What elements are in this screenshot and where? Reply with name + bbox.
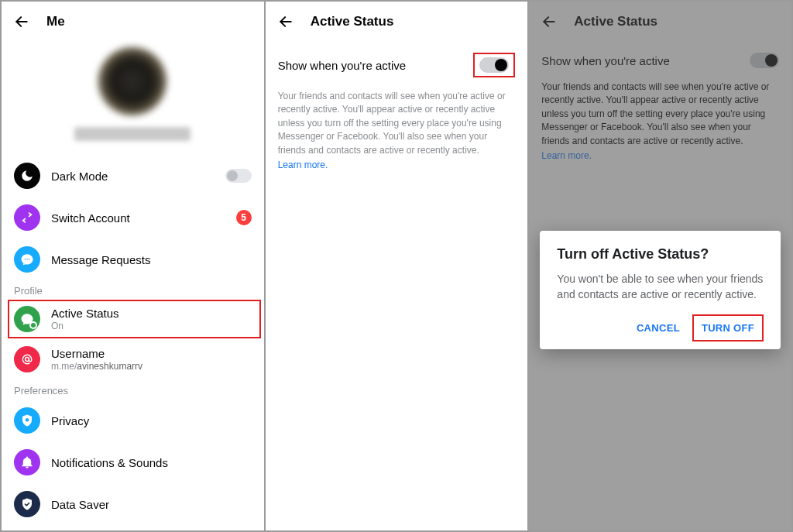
svg-point-1 [25, 259, 26, 260]
header: Me [2, 2, 264, 42]
panel-active-status-dialog: Active Status Show when you're active Yo… [529, 2, 791, 530]
page-title: Active Status [311, 14, 394, 29]
at-icon [14, 346, 40, 372]
item-data-saver[interactable]: Data Saver [2, 483, 264, 525]
item-label: Active Status [51, 307, 250, 320]
setting-description: Your friends and contacts will see when … [266, 85, 528, 157]
item-label: Notifications & Sounds [51, 456, 252, 469]
dialog-body: You won't be able to see when your frien… [557, 272, 764, 302]
active-status-toggle[interactable] [479, 57, 509, 73]
item-message-requests[interactable]: Message Requests [2, 239, 264, 280]
panel-active-status: Active Status Show when you're active Yo… [266, 2, 528, 530]
item-label: Dark Mode [51, 170, 215, 183]
profile-block [2, 42, 264, 155]
setting-show-active: Show when you're active [266, 42, 528, 85]
item-label: Message Requests [51, 253, 252, 266]
item-sublabel: On [51, 321, 250, 331]
back-icon[interactable] [14, 14, 29, 29]
item-label: Privacy [51, 414, 252, 427]
item-active-status[interactable]: Active Status On [8, 300, 261, 338]
page-title: Me [46, 14, 65, 29]
avatar[interactable] [98, 46, 167, 116]
data-saver-icon [14, 491, 40, 517]
shield-icon [14, 407, 40, 434]
item-privacy[interactable]: Privacy [2, 400, 264, 441]
switch-icon [14, 204, 40, 231]
item-switch-account[interactable]: Switch Account 5 [2, 197, 264, 239]
item-story[interactable]: Story [2, 525, 264, 530]
item-notifications[interactable]: Notifications & Sounds [2, 441, 264, 483]
svg-point-3 [29, 259, 30, 260]
setting-label: Show when you're active [278, 59, 406, 72]
item-sublabel: m.me/avineshkumarrv [51, 361, 252, 372]
dialog-actions: CANCEL TURN OFF [557, 314, 764, 342]
dark-mode-toggle[interactable] [225, 169, 252, 183]
notification-badge: 5 [236, 210, 252, 225]
moon-icon [14, 163, 40, 189]
learn-more-link[interactable]: Learn more. [266, 158, 341, 172]
active-status-icon [14, 306, 40, 332]
item-label: Username [51, 347, 252, 360]
section-profile: Profile [2, 280, 264, 300]
svg-point-5 [26, 418, 29, 422]
highlight-box [473, 53, 515, 77]
bell-icon [14, 449, 40, 475]
item-dark-mode[interactable]: Dark Mode [2, 155, 264, 197]
panel-me: Me Dark Mode Switch Account 5 Message Re… [2, 2, 264, 530]
turn-off-button[interactable]: TURN OFF [692, 314, 764, 342]
cancel-button[interactable]: CANCEL [629, 316, 688, 340]
chat-icon [14, 246, 40, 273]
back-icon[interactable] [278, 14, 294, 29]
item-username[interactable]: Username m.me/avineshkumarrv [2, 338, 264, 380]
confirm-dialog: Turn off Active Status? You won't be abl… [540, 231, 781, 349]
item-label: Data Saver [51, 498, 252, 511]
three-panel-layout: Me Dark Mode Switch Account 5 Message Re… [0, 0, 793, 532]
item-label: Switch Account [51, 211, 225, 225]
svg-point-2 [26, 259, 28, 260]
header: Active Status [266, 2, 528, 42]
dialog-title: Turn off Active Status? [557, 246, 764, 263]
profile-name-blurred [74, 127, 191, 141]
section-preferences: Preferences [2, 380, 264, 400]
